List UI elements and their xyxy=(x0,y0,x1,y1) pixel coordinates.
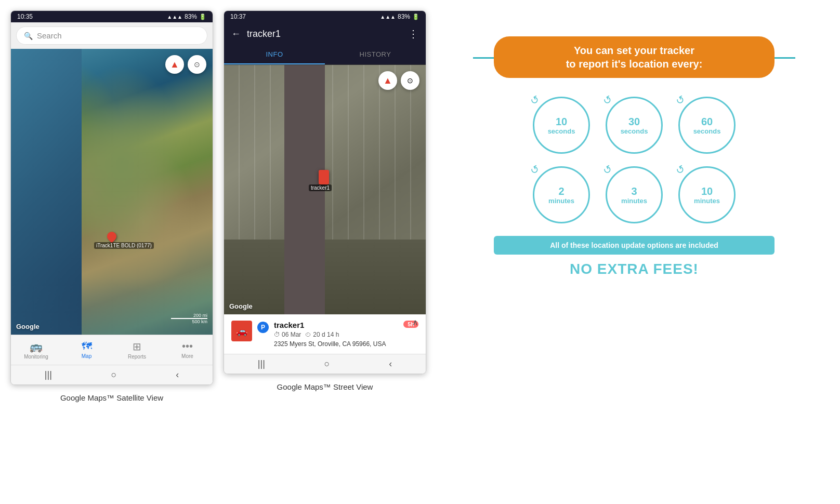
circle-10sec: ↺ 10 seconds xyxy=(533,97,590,154)
compass-icon-2: ▲ xyxy=(383,75,392,86)
headline-section: You can set your trackerto report it's l… xyxy=(494,36,775,78)
android-nav-2: ||| ○ ‹ xyxy=(224,354,426,374)
circles-row-2: ↺ 2 minutes ↺ 3 minutes ↺ 10 minutes xyxy=(494,166,775,223)
circle-30sec-number: 30 xyxy=(628,116,640,127)
meta-date-value: 06 Mar xyxy=(282,331,301,338)
tracker-header: ← tracker1 ⋮ xyxy=(224,22,426,45)
location-icon-2: ⊙ xyxy=(407,76,413,85)
search-bar[interactable]: 🔍 Search xyxy=(16,26,207,45)
tracker-name: tracker1 xyxy=(274,321,398,329)
location-button-1[interactable]: ⊙ xyxy=(188,55,206,74)
nav-map[interactable]: 🗺 Map xyxy=(61,338,112,362)
meta-duration-value: 20 d 14 h xyxy=(313,331,339,338)
reports-icon: ⊞ xyxy=(133,340,141,353)
google-logo-2: Google xyxy=(229,302,253,310)
tab-history[interactable]: HISTORY xyxy=(325,45,426,64)
compass-icon-1: ▲ xyxy=(170,59,179,70)
compass-button-2[interactable]: ▲ xyxy=(378,71,397,90)
tab-info[interactable]: INFO xyxy=(224,45,325,64)
more-menu-button[interactable]: ⋮ xyxy=(408,28,418,40)
tracker-label-1: iTrack1TE BOLD (0177) xyxy=(94,242,154,249)
circle-10min: ↺ 10 minutes xyxy=(678,166,736,223)
circle-3min: ↺ 3 minutes xyxy=(606,166,663,223)
circle-60sec-unit: seconds xyxy=(693,127,721,135)
arrow-curl-4: ↺ xyxy=(528,162,542,177)
circle-3min-number: 3 xyxy=(631,185,637,197)
phone2-wrapper: 10:37 ▲▲▲ 83% 🔋 ← tracker1 ⋮ INF xyxy=(224,10,426,391)
map2-container[interactable]: tracker1 ▲ ⊙ Google xyxy=(224,65,426,314)
map1-ocean-bottom xyxy=(11,277,213,335)
phone1-screen: 10:35 ▲▲▲ 83% 🔋 🔍 Search xyxy=(10,10,213,385)
arrow-curl-2: ↺ xyxy=(600,92,614,108)
search-bar-container: 🔍 Search xyxy=(11,22,213,49)
monitoring-icon: 🚌 xyxy=(30,340,43,353)
tracker-address: 2325 Myers St, Oroville, CA 95966, USA xyxy=(274,340,398,348)
circle-30sec-unit: seconds xyxy=(621,127,648,135)
circle-2min-unit: minutes xyxy=(548,197,574,205)
tracker-info-details: tracker1 ⏱ 06 Mar ⏲ 20 d 14 h xyxy=(274,321,398,348)
no-extra-fees: NO EXTRA FEES! xyxy=(494,261,775,277)
headline-text: You can set your trackerto report it's l… xyxy=(566,45,703,70)
android-home-icon[interactable]: ○ xyxy=(111,369,117,380)
status-bar-1: 10:35 ▲▲▲ 83% 🔋 xyxy=(11,11,213,22)
signal-icon-1: ▲▲▲ xyxy=(167,14,182,20)
nav-reports[interactable]: ⊞ Reports xyxy=(112,338,162,362)
map1-satellite xyxy=(11,49,213,335)
scale-bar-1: 200 mi 500 km xyxy=(171,313,207,324)
status-bar-2: 10:37 ▲▲▲ 83% 🔋 xyxy=(224,11,426,22)
circle-10min-unit: minutes xyxy=(694,197,720,205)
more-label: More xyxy=(181,353,193,359)
status-time-1: 10:35 xyxy=(17,13,33,20)
tracker-tabs: INFO HISTORY xyxy=(224,45,426,65)
compass-button-1[interactable]: ▲ xyxy=(165,55,184,74)
battery-icon-1: 🔋 xyxy=(199,14,206,20)
nav-more[interactable]: ••• More xyxy=(162,338,213,362)
circle-10sec-number: 10 xyxy=(556,116,567,127)
map-icon: 🗺 xyxy=(82,340,92,352)
circle-10sec-unit: seconds xyxy=(548,127,575,135)
arrow-curl-5: ↺ xyxy=(600,162,614,177)
phones-section: 10:35 ▲▲▲ 83% 🔋 🔍 Search xyxy=(10,10,426,402)
circle-2min: ↺ 2 minutes xyxy=(533,166,590,223)
tracker-dot-1 xyxy=(105,230,118,243)
android-menu-icon[interactable]: ||| xyxy=(45,369,52,380)
circles-row-1: ↺ 10 seconds ↺ 30 seconds ↺ 60 seconds xyxy=(494,97,775,154)
location-button-2[interactable]: ⊙ xyxy=(401,71,419,90)
search-placeholder-text: Search xyxy=(37,31,62,40)
car-marker xyxy=(319,170,329,184)
tracker-pin-1[interactable] xyxy=(107,232,116,241)
location-icon-1: ⊙ xyxy=(194,60,200,69)
circle-60sec: ↺ 60 seconds xyxy=(678,97,736,154)
status-right-2: ▲▲▲ 83% 🔋 xyxy=(380,13,419,20)
page-container: 10:35 ▲▲▲ 83% 🔋 🔍 Search xyxy=(10,10,830,402)
android-nav-1: ||| ○ ‹ xyxy=(11,365,213,384)
android-back-icon-2[interactable]: ‹ xyxy=(389,359,392,369)
tracker-vehicle-icon: 🚗 xyxy=(231,321,252,341)
map1-container[interactable]: ▲ ⊙ iTrack1TE BOLD (0177) Google 200 mi … xyxy=(11,49,213,335)
signal-icon-2: ▲▲▲ xyxy=(380,14,396,20)
phone1-wrapper: 10:35 ▲▲▲ 83% 🔋 🔍 Search xyxy=(10,10,213,402)
circle-10min-number: 10 xyxy=(701,185,713,197)
google-logo-1: Google xyxy=(16,323,40,330)
scale-text-500km: 500 km xyxy=(192,319,207,324)
headline-banner: You can set your trackerto report it's l… xyxy=(494,36,775,78)
arrow-curl-3: ↺ xyxy=(673,92,687,108)
arrow-curl-1: ↺ xyxy=(528,92,542,108)
nav-monitoring[interactable]: 🚌 Monitoring xyxy=(11,338,61,362)
status-time-2: 10:37 xyxy=(230,13,246,20)
back-button[interactable]: ← xyxy=(231,29,241,39)
tracker-title: tracker1 xyxy=(247,29,402,39)
android-menu-icon-2[interactable]: ||| xyxy=(258,359,265,369)
scale-text-200mi: 200 mi xyxy=(193,313,207,318)
android-back-icon[interactable]: ‹ xyxy=(176,369,179,380)
android-home-icon-2[interactable]: ○ xyxy=(324,359,330,369)
circle-60sec-number: 60 xyxy=(701,116,713,127)
right-panel: You can set your trackerto report it's l… xyxy=(439,10,830,303)
circle-3min-unit: minutes xyxy=(621,197,647,205)
bottom-nav-1: 🚌 Monitoring 🗺 Map ⊞ Reports ••• More xyxy=(11,335,213,365)
tab-history-label: HISTORY xyxy=(360,50,391,58)
search-icon: 🔍 xyxy=(24,32,33,40)
caption-1: Google Maps™ Satellite View xyxy=(60,393,163,402)
chevron-up-icon[interactable]: ∧ xyxy=(412,317,418,327)
tracker-p-badge: P xyxy=(257,322,269,333)
